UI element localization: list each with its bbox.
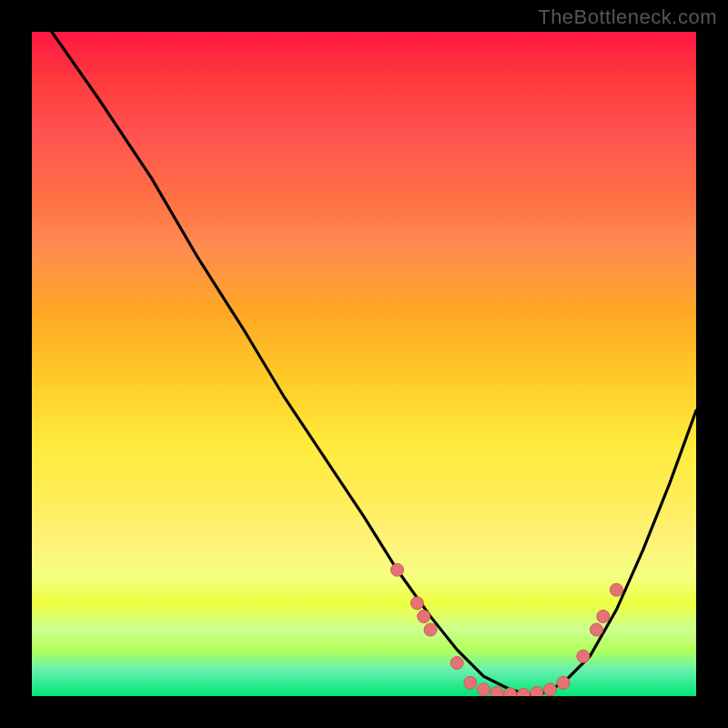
data-dot bbox=[531, 686, 543, 696]
plot-area bbox=[32, 32, 696, 696]
bottleneck-curve bbox=[52, 32, 696, 696]
data-dot bbox=[597, 610, 610, 622]
data-dot bbox=[504, 688, 517, 696]
data-dot bbox=[490, 686, 503, 696]
data-dots bbox=[391, 563, 623, 696]
data-dot bbox=[424, 623, 437, 636]
data-dot bbox=[477, 683, 490, 696]
data-dot bbox=[610, 583, 622, 596]
data-dot bbox=[517, 689, 530, 697]
data-dot bbox=[577, 650, 590, 662]
data-dot bbox=[410, 597, 423, 610]
chart-svg bbox=[32, 32, 696, 696]
data-dot bbox=[557, 676, 570, 689]
data-dot bbox=[591, 623, 603, 636]
data-dot bbox=[418, 610, 430, 622]
data-dot bbox=[391, 563, 404, 576]
data-dot bbox=[464, 676, 477, 689]
data-dot bbox=[543, 683, 556, 696]
watermark-text: TheBottleneck.com bbox=[538, 5, 717, 29]
data-dot bbox=[450, 657, 463, 670]
